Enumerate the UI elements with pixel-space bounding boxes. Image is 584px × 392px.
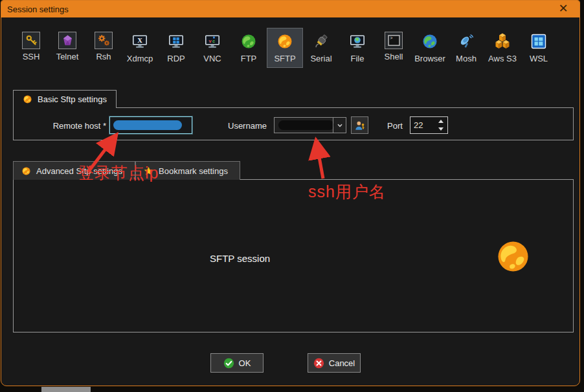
monitor-vnc-icon: vc [203, 32, 222, 51]
toolbar-item-label: Xdmcp [127, 54, 153, 63]
toolbar-item-rsh[interactable]: Rsh [85, 28, 122, 68]
cancel-x-icon [313, 358, 324, 369]
svg-text:>: > [390, 36, 392, 41]
satellite-icon [456, 32, 476, 51]
key-icon [22, 32, 40, 49]
toolbar-item-label: Telnet [56, 52, 79, 61]
spinner-buttons[interactable] [435, 118, 446, 133]
toolbar-item-label: Serial [310, 54, 331, 63]
toolbar-item-label: Mosh [456, 54, 477, 63]
chevron-down-icon [337, 122, 343, 129]
monitor-windows-icon [166, 32, 186, 51]
toolbar-item-label: RDP [167, 54, 185, 63]
ok-button[interactable]: OK [210, 353, 264, 373]
globe-orange-icon [23, 94, 32, 104]
globe-blue-icon [420, 32, 440, 51]
toolbar-item-vnc[interactable]: vcVNC [194, 28, 230, 68]
toolbar-item-label: File [351, 54, 365, 63]
toolbar-item-label: WSL [530, 54, 548, 63]
toolbar-item-ssh[interactable]: SSH [13, 28, 49, 68]
monitor-x-icon: X [130, 32, 150, 51]
toolbar-item-ftp[interactable]: FTP [230, 28, 267, 68]
svg-text:c: c [212, 38, 215, 44]
toolbar-item-shell[interactable]: >Shell [376, 28, 412, 68]
redaction-scribble [113, 120, 182, 130]
toolbar-item-rdp[interactable]: RDP [158, 28, 194, 68]
toolbar-item-file[interactable]: File [339, 28, 376, 68]
username-combo[interactable] [274, 117, 346, 133]
toolbar-item-telnet[interactable]: Telnet [49, 28, 85, 68]
remote-host-input[interactable] [109, 116, 192, 134]
redaction-scribble [278, 120, 334, 130]
port-label: Port [387, 121, 403, 131]
desktop-background: Session settings ✕ SSHTelnetRshXXdmcpRDP… [0, 0, 584, 392]
toolbar-item-browser[interactable]: Browser [412, 28, 448, 68]
annotation-login-node-ip: 登录节点ip [78, 162, 159, 184]
toolbar-item-xdmcp[interactable]: XXdmcp [122, 28, 158, 68]
toolbar-item-sftp[interactable]: SFTP [267, 28, 303, 68]
combo-dropdown-button[interactable] [333, 118, 346, 133]
port-input[interactable] [414, 119, 434, 131]
gem-icon [58, 32, 76, 49]
username-label: Username [228, 121, 267, 131]
toolbar-item-label: SSH [23, 52, 40, 61]
session-preview-panel [13, 179, 574, 332]
toolbar-item-mosh[interactable]: Mosh [448, 28, 484, 68]
toolbar-item-label: VNC [203, 54, 221, 63]
person-key-icon [354, 119, 366, 132]
session-type-message: SFTP session [210, 253, 270, 264]
annotation-ssh-username: ssh用户名 [308, 181, 386, 202]
globe-orange-icon [275, 32, 295, 51]
cancel-button[interactable]: Cancel [308, 353, 361, 373]
toolbar-item-serial[interactable]: Serial [303, 28, 339, 68]
toolbar-item-label: Shell [385, 52, 403, 61]
sftp-globe-icon [495, 238, 532, 275]
plug-icon [311, 32, 331, 51]
titlebar[interactable]: Session settings ✕ [1, 1, 579, 17]
ok-check-icon [223, 358, 234, 369]
cancel-button-label: Cancel [329, 358, 355, 368]
toolbar-item-label: Browser [414, 54, 445, 63]
taskbar-fragment [41, 387, 91, 392]
tab-basic-label: Basic Sftp settings [38, 94, 107, 104]
port-spinner [410, 116, 448, 134]
terminal-icon: > [385, 32, 403, 49]
tab-basic-sftp-settings[interactable]: Basic Sftp settings [13, 90, 117, 108]
window-title: Session settings [1, 5, 69, 14]
toolbar-item-label: FTP [241, 54, 257, 63]
toolbar-item-label: SFTP [274, 54, 295, 63]
session-settings-dialog: Session settings ✕ SSHTelnetRshXXdmcpRDP… [1, 0, 580, 386]
gears-icon [95, 32, 113, 49]
monitor-globe-icon [348, 32, 367, 51]
session-type-toolbar: SSHTelnetRshXXdmcpRDPvcVNCFTPSFTPSerialF… [13, 28, 557, 68]
spinner-up-icon[interactable] [438, 120, 444, 123]
toolbar-item-aws-s3[interactable]: Aws S3 [484, 28, 521, 68]
spinner-down-icon[interactable] [438, 127, 444, 131]
windows-logo-icon [529, 32, 548, 51]
globe-orange-icon [21, 166, 31, 176]
svg-text:X: X [137, 37, 142, 44]
toolbar-item-label: Aws S3 [488, 54, 517, 63]
credentials-button[interactable] [351, 116, 368, 134]
aws-cubes-icon [493, 32, 512, 51]
remote-host-label: Remote host * [39, 121, 106, 131]
tab-bookmark-label: Bookmark settings [159, 166, 228, 176]
toolbar-item-wsl[interactable]: WSL [521, 28, 557, 68]
close-icon[interactable]: ✕ [555, 1, 572, 16]
globe-green-icon [239, 32, 258, 51]
ok-button-label: OK [239, 358, 251, 368]
toolbar-item-label: Rsh [96, 52, 111, 61]
